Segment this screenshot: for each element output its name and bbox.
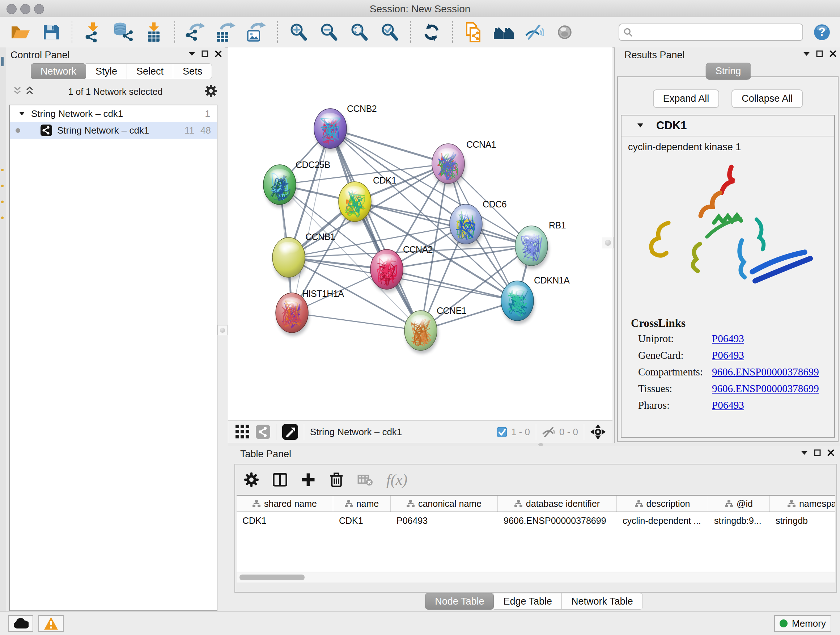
cell-description[interactable]: cyclin-dependent ...	[617, 516, 708, 526]
gear-icon[interactable]	[204, 84, 218, 97]
panel-close-icon[interactable]	[215, 50, 222, 57]
scrollbar-thumb[interactable]	[240, 575, 305, 580]
zoom-out-button[interactable]	[317, 21, 340, 44]
show-columns-icon[interactable]	[273, 472, 287, 487]
table-row[interactable]: CDK1CDK1P064939606.ENSP00000378699cyclin…	[237, 512, 835, 529]
delete-column-icon[interactable]	[329, 472, 344, 488]
network-row-selected[interactable]: String Network – cdk1 11 48	[10, 122, 217, 139]
network-node-CCNB1[interactable]	[272, 238, 305, 277]
column-header-name[interactable]: name	[333, 496, 391, 511]
tree-expand-icon[interactable]	[19, 112, 25, 116]
function-builder-icon[interactable]: f(x)	[386, 471, 407, 488]
tab-network[interactable]: Network	[31, 63, 86, 79]
import-table-button[interactable]	[142, 21, 165, 44]
export-table-button[interactable]	[215, 21, 237, 44]
pan-crosshair-icon[interactable]	[590, 424, 606, 440]
network-collection-row[interactable]: String Network – cdk1 1	[10, 105, 217, 122]
warnings-button[interactable]	[38, 615, 64, 632]
hidden-eye-icon[interactable]	[542, 426, 555, 438]
node-section-header[interactable]: CDK1	[622, 116, 834, 136]
birdseye-icon[interactable]	[282, 424, 298, 440]
cell-database-identifier[interactable]: 9606.ENSP00000378699	[498, 516, 617, 526]
horizontal-splitter[interactable]	[228, 443, 840, 447]
tab-style[interactable]: Style	[86, 63, 127, 79]
crosslink-link[interactable]: P06493	[712, 349, 744, 361]
string-view-icon[interactable]	[256, 424, 270, 439]
zoom-fit-button[interactable]	[348, 21, 370, 44]
column-header-shared-name[interactable]: shared name	[237, 496, 333, 511]
table-gear-icon[interactable]	[244, 472, 259, 487]
panel-close-icon[interactable]	[829, 50, 836, 57]
add-column-icon[interactable]	[301, 472, 316, 487]
column-header-canonical-name[interactable]: canonical name	[391, 496, 498, 511]
column-header--id[interactable]: @id	[708, 496, 770, 511]
right-splitter-handle[interactable]	[602, 237, 614, 249]
network-node-CDK1[interactable]	[339, 182, 371, 222]
crosslink-link[interactable]: 9606.ENSP00000378699	[712, 383, 819, 394]
panel-close-icon[interactable]	[827, 449, 834, 456]
dock-marker[interactable]	[1, 57, 4, 66]
selected-checkbox-icon[interactable]	[497, 427, 507, 437]
panel-float-icon[interactable]	[202, 50, 208, 57]
cell-shared-name[interactable]: CDK1	[237, 516, 333, 526]
network-node-CDC6[interactable]	[450, 204, 482, 244]
export-network-button[interactable]	[185, 21, 207, 44]
network-node-CCNE1[interactable]	[404, 310, 437, 350]
network-node-RB1[interactable]	[515, 226, 548, 266]
refresh-button[interactable]	[420, 21, 443, 44]
column-header-description[interactable]: description	[617, 496, 708, 511]
collapse-all-button[interactable]: Collapse All	[731, 89, 803, 108]
crosslink-link[interactable]: 9606.ENSP00000378699	[712, 366, 819, 378]
panel-float-icon[interactable]	[814, 449, 821, 456]
zoom-in-button[interactable]	[287, 21, 309, 44]
tab-network-table[interactable]: Network Table	[562, 593, 643, 610]
expand-all-button[interactable]: Expand All	[653, 89, 720, 108]
network-node-CCNA2[interactable]	[370, 249, 403, 289]
grid-view-icon[interactable]	[235, 424, 250, 439]
detail-orb-button[interactable]	[554, 21, 576, 44]
crosslink-label: Tissues:	[638, 383, 672, 394]
table-hscrollbar[interactable]	[237, 572, 835, 583]
delete-table-icon[interactable]	[357, 473, 373, 486]
network-graph[interactable]: CCNB2CCNA1CDC25BCDK1CDC6RB1CCNB1CCNA2CDK…	[228, 48, 613, 420]
network-node-HIST1H1A[interactable]	[276, 293, 308, 333]
tab-node-table[interactable]: Node Table	[425, 593, 494, 610]
home-pair-button[interactable]	[493, 21, 515, 44]
export-image-button[interactable]	[245, 21, 268, 44]
panel-collapse-icon[interactable]	[801, 451, 807, 455]
import-network-file-button[interactable]	[82, 21, 104, 44]
clipboard-network-button[interactable]	[462, 21, 485, 44]
hide-labels-button[interactable]	[523, 21, 546, 44]
save-session-button[interactable]	[40, 21, 62, 44]
section-collapse-icon[interactable]	[638, 124, 643, 127]
search-input[interactable]	[633, 27, 799, 38]
help-button[interactable]: ?	[813, 21, 831, 44]
network-node-CCNA1[interactable]	[432, 144, 464, 184]
column-header-database-identifier[interactable]: database identifier	[498, 496, 617, 511]
left-splitter-handle[interactable]	[218, 325, 227, 335]
tab-string[interactable]: String	[706, 63, 751, 80]
tab-sets[interactable]: Sets	[173, 63, 212, 79]
network-node-CDKN1A[interactable]	[501, 281, 534, 321]
network-node-CCNB2[interactable]	[314, 109, 347, 149]
crosslink-link[interactable]: P06493	[712, 399, 744, 411]
tab-select[interactable]: Select	[127, 63, 173, 79]
crosslink-link[interactable]: P06493	[712, 333, 744, 345]
cloud-button[interactable]	[8, 615, 33, 632]
cell-name[interactable]: CDK1	[333, 516, 391, 526]
memory-button[interactable]: Memory	[774, 615, 831, 632]
panel-float-icon[interactable]	[816, 50, 823, 57]
cell-namespace[interactable]: stringdb	[770, 516, 835, 526]
open-session-button[interactable]	[9, 21, 32, 44]
splitter-knob[interactable]	[538, 443, 543, 446]
panel-collapse-icon[interactable]	[189, 52, 195, 56]
zoom-selected-button[interactable]	[378, 21, 401, 44]
cell--id[interactable]: stringdb:9...	[708, 516, 770, 526]
network-canvas[interactable]: CCNB2CCNA1CDC25BCDK1CDC6RB1CCNB1CCNA2CDK…	[228, 48, 613, 420]
panel-collapse-icon[interactable]	[804, 52, 810, 56]
tab-edge-table[interactable]: Edge Table	[494, 593, 562, 610]
column-header-namespace[interactable]: namespace	[770, 496, 835, 511]
network-node-CDC25B[interactable]	[264, 165, 296, 204]
cell-canonical-name[interactable]: P06493	[391, 516, 498, 526]
import-network-database-button[interactable]	[112, 21, 134, 44]
